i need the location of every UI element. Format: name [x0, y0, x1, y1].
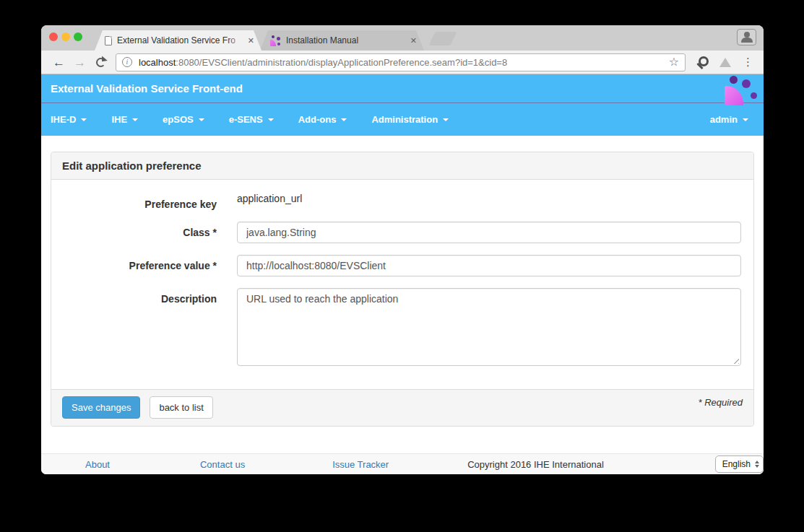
window-minimize-button[interactable] — [61, 32, 70, 41]
gazelle-logo-icon — [270, 35, 281, 46]
class-label: Class * — [62, 222, 217, 243]
new-tab-button[interactable] — [428, 32, 457, 45]
preference-key-value: application_url — [237, 191, 741, 204]
description-label: Description — [62, 288, 217, 366]
nav-item-epsos[interactable]: epSOS — [163, 114, 204, 125]
tab-title: External Validation Service Fro — [117, 35, 243, 45]
app-title: External Validation Service Front-end — [51, 82, 243, 95]
document-icon — [105, 36, 112, 45]
language-select-value: English — [722, 459, 751, 469]
drive-extension-icon[interactable] — [719, 58, 731, 67]
address-bar[interactable]: i localhost:8080/EVSClient/administratio… — [116, 53, 686, 71]
chevron-down-icon — [268, 118, 274, 121]
language-select[interactable]: English — [715, 455, 764, 473]
browser-menu-icon[interactable]: ⋮ — [743, 56, 753, 69]
url-host: localhost — [139, 57, 176, 68]
chevron-down-icon — [443, 118, 449, 121]
tab-evs-client[interactable]: External Validation Service Fro ✕ — [95, 30, 261, 51]
contact-us-link[interactable]: Contact us — [200, 459, 245, 470]
required-note: * Required — [699, 396, 743, 408]
nav-item-ihe-d[interactable]: IHE-D — [51, 114, 87, 125]
chevron-down-icon — [341, 118, 347, 121]
description-field[interactable]: URL used to reach the application — [237, 288, 741, 366]
url-path: :8080/EVSClient/administration/displayAp… — [176, 57, 507, 68]
forward-icon[interactable]: → — [74, 56, 86, 69]
panel-title: Edit application preference — [51, 152, 753, 180]
gazelle-logo-icon — [725, 75, 759, 104]
key-extension-icon[interactable] — [696, 56, 709, 69]
reload-icon[interactable] — [96, 58, 105, 67]
chevron-down-icon — [132, 118, 138, 121]
preference-form: Preference key application_url Class * P… — [51, 180, 753, 389]
main-navigation: IHE-D IHE epSOS e-SENS Add-ons Administr… — [41, 103, 764, 136]
preference-key-label: Preference key — [62, 191, 217, 210]
window-zoom-button[interactable] — [74, 32, 82, 41]
copyright-text: Copyright 2016 IHE International — [467, 459, 604, 470]
nav-item-administration[interactable]: Administration — [371, 114, 449, 125]
select-stepper-icon — [755, 461, 759, 468]
tab-title: Installation Manual — [286, 35, 406, 45]
app-header: External Validation Service Front-end — [41, 74, 764, 103]
info-icon[interactable]: i — [122, 57, 132, 67]
nav-item-ihe[interactable]: IHE — [111, 114, 138, 125]
close-icon[interactable]: ✕ — [410, 36, 417, 45]
close-icon[interactable]: ✕ — [248, 36, 254, 45]
chevron-down-icon — [81, 118, 87, 121]
edit-preference-panel: Edit application preference Preference k… — [51, 152, 754, 427]
about-link[interactable]: About — [85, 459, 110, 470]
back-to-list-button[interactable]: back to list — [150, 396, 212, 419]
save-changes-button[interactable]: Save changes — [62, 396, 140, 419]
nav-item-add-ons[interactable]: Add-ons — [298, 114, 347, 125]
back-icon[interactable]: ← — [53, 56, 65, 69]
issue-tracker-link[interactable]: Issue Tracker — [332, 459, 389, 470]
panel-footer: Save changes back to list * Required — [51, 389, 753, 426]
class-field[interactable] — [237, 222, 741, 243]
chevron-down-icon — [743, 118, 748, 121]
bookmark-star-icon[interactable]: ☆ — [669, 56, 679, 68]
preference-value-label: Preference value * — [62, 255, 217, 276]
nav-item-e-sens[interactable]: e-SENS — [229, 114, 274, 125]
preference-value-field[interactable] — [237, 255, 741, 276]
tab-bar: External Validation Service Fro ✕ Instal… — [41, 25, 764, 51]
url-text: localhost:8080/EVSClient/administration/… — [139, 57, 507, 68]
tab-installation-manual[interactable]: Installation Manual ✕ — [260, 30, 424, 51]
window-close-button[interactable] — [49, 32, 58, 41]
profile-icon[interactable] — [737, 29, 756, 45]
user-menu-admin[interactable]: admin — [710, 114, 748, 125]
page-footer: About Contact us Issue Tracker Copyright… — [41, 453, 764, 474]
chevron-down-icon — [199, 118, 204, 121]
browser-window: External Validation Service Fro ✕ Instal… — [41, 25, 764, 474]
browser-toolbar: ← → i localhost:8080/EVSClient/administr… — [41, 51, 764, 74]
